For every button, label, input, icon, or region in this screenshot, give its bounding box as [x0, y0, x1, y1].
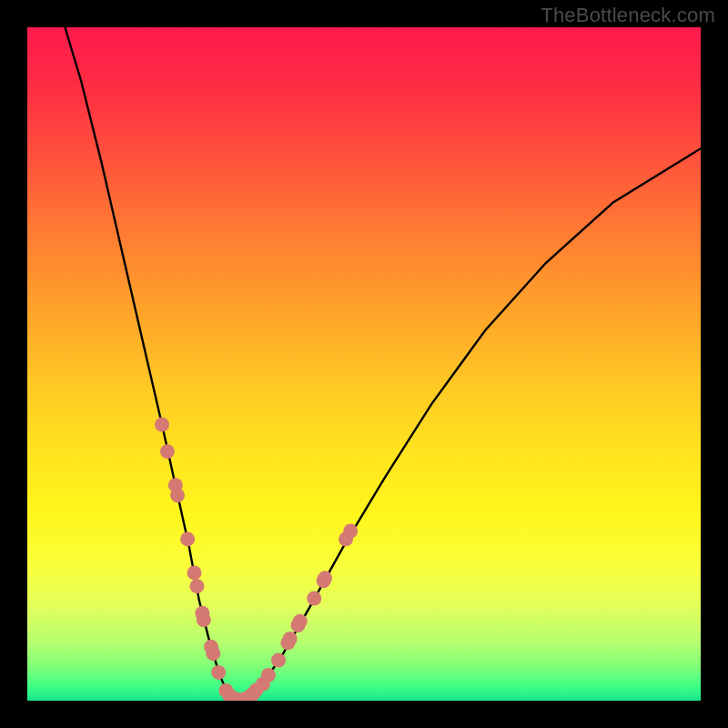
marker-dot: [307, 592, 321, 606]
marker-dot: [293, 614, 308, 629]
watermark-text: TheBottleneck.com: [541, 4, 715, 27]
marker-dot: [211, 665, 226, 680]
marker-dot: [261, 668, 276, 682]
marker-dot: [343, 524, 358, 539]
bottleneck-curve-path: [61, 27, 701, 701]
marker-dot: [206, 646, 220, 661]
marker-dot: [318, 571, 332, 585]
marker-dot: [189, 579, 204, 593]
bottleneck-curve-svg: [27, 27, 701, 701]
chart-frame: TheBottleneck.com: [0, 0, 728, 728]
marker-dot: [283, 632, 298, 646]
marker-dot: [155, 418, 169, 432]
marker-dot: [160, 444, 175, 459]
marker-dot: [271, 653, 286, 668]
marker-dot: [197, 612, 211, 627]
marker-dot: [170, 488, 185, 502]
marker-dot: [180, 531, 195, 546]
marker-dots-group: [155, 418, 358, 701]
plot-area: [27, 27, 701, 701]
marker-dot: [187, 565, 202, 580]
